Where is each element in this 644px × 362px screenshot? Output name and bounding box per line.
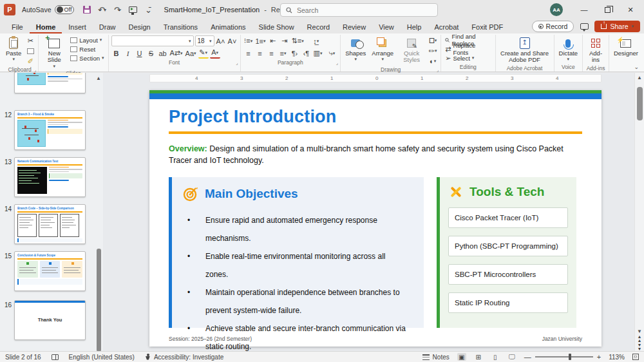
thumbnail-slide-15[interactable]: Conclusion & Future Scope [14,251,86,291]
bold-button[interactable]: B [111,48,122,59]
tab-slide-show[interactable]: Slide Show [252,21,301,33]
previous-slide-button[interactable]: ▲▲ [635,335,644,343]
paste-button[interactable]: Paste ▾ [4,35,23,63]
slide-indicator[interactable]: Slide 2 of 16 [5,354,41,361]
character-spacing-button[interactable]: A⇄▾ [169,48,184,59]
thumbnail-slide-13[interactable]: Network Communication Test [14,157,86,197]
minimize-button[interactable]: — [573,1,595,19]
rtl-button[interactable]: ‹¶ [301,48,312,59]
thumbnail-scrollbar-thumb[interactable] [97,249,101,351]
quick-styles-button[interactable]: Quick Styles [397,35,426,65]
text-direction-button[interactable]: ↕̲▾ [311,36,321,46]
tool-card[interactable]: SBC-PT Microcontrollers [448,264,568,285]
tab-home[interactable]: Home [30,21,62,33]
reset-button[interactable]: Reset [69,44,105,53]
collapse-ribbon-button[interactable]: ⌄ [634,64,639,70]
search-box[interactable] [280,3,438,17]
tab-foxit-pdf[interactable]: Foxit PDF [465,21,509,33]
language-indicator[interactable]: English (United States) [69,354,135,361]
arrange-button[interactable]: Arrange ▾ [370,35,395,63]
dictate-button[interactable]: Dictate ▾ [557,35,580,63]
thumbnail-scroll-up-arrow[interactable]: ▲ [96,75,101,81]
tool-card[interactable]: Python (SBC-PT Programming) [448,236,568,256]
drawing-dialog-launcher[interactable]: ⌟ [437,68,439,73]
tab-file[interactable]: File [5,21,30,33]
tab-design[interactable]: Design [122,21,156,33]
underline-button[interactable]: U [135,48,145,59]
reading-view-button[interactable]: ▯ [491,353,500,361]
comments-button[interactable] [578,20,591,33]
normal-view-button[interactable]: ▣ [457,353,466,361]
strikethrough-button[interactable]: S [146,48,156,59]
account-avatar[interactable]: AA [550,3,563,16]
slide-canvas[interactable]: Project Introduction Overview: Design an… [149,90,601,347]
cut-button[interactable]: ✂ [25,35,35,46]
fit-slide-to-window-button[interactable] [632,354,639,360]
zoom-in-button[interactable]: + [597,353,601,361]
paragraph-dialog-launcher[interactable]: ⌟ [336,61,338,66]
thumbnail-slide-14[interactable]: Branch Code – Side-by-Side Comparison [14,204,86,244]
replace-fonts-button[interactable]: ⇄Replace Fonts [444,44,492,53]
new-slide-button[interactable]: New Slide ▾ [41,35,67,70]
scroll-down-arrow[interactable]: ▼ [635,329,644,334]
addins-button[interactable]: Add-ins [585,35,606,65]
select-button[interactable]: ➢Select▾ [444,53,475,62]
thumbnail-slide-12[interactable]: Branch 3 – Flood & Smoke [14,110,86,150]
share-button[interactable]: Share▾ [594,21,640,32]
accessibility-status[interactable]: Accessibility: Investigate [145,354,223,361]
decrease-indent-button[interactable]: ⇤ [268,36,278,46]
justify-button[interactable]: ≡▾ [278,48,289,59]
font-dialog-launcher[interactable]: ⌟ [236,61,238,66]
change-case-button[interactable]: Aa▾ [185,48,197,59]
overview-text[interactable]: Overview: Design and simulation of a mul… [169,143,582,167]
tab-record[interactable]: Record [301,21,336,33]
copy-button[interactable] [25,46,35,56]
zoom-slider-thumb[interactable] [569,354,571,360]
close-button[interactable]: ✕ [620,1,641,19]
font-color-button[interactable]: A▾ [210,48,220,59]
zoom-slider[interactable] [535,356,593,357]
autosave-toggle[interactable]: AutoSave Off [22,5,74,14]
line-spacing-button[interactable]: ⇅≡▾ [291,36,305,46]
main-objectives-box[interactable]: Main Objectives Ensure rapid and automat… [169,177,424,328]
autosave-switch-icon[interactable]: Off [55,5,74,14]
font-size-combobox[interactable]: 18▾ [195,35,214,46]
tab-draw[interactable]: Draw [93,21,122,33]
tools-tech-box[interactable]: Tools & Tech Cisco Packet Tracer (IoT) P… [437,177,576,328]
layout-button[interactable]: Layout▾ [69,35,105,44]
align-center-button[interactable]: ≡ [255,48,265,59]
shape-effects-button[interactable]: ◐▾ [428,56,438,66]
scroll-up-arrow[interactable]: ▲ [635,75,644,81]
format-painter-button[interactable]: ✐ [25,56,35,66]
numbering-button[interactable]: 1≡▾ [255,36,267,46]
tab-insert[interactable]: Insert [62,21,93,33]
increase-indent-button[interactable]: ⇥ [279,36,290,46]
italic-button[interactable]: I [123,48,133,59]
record-button[interactable]: Record [532,21,574,32]
start-slideshow-button[interactable] [127,3,140,16]
zoom-out-button[interactable]: — [524,353,531,361]
restore-button[interactable] [596,1,618,19]
thumbnail-slide-11-partial[interactable] [14,73,86,93]
tool-card[interactable]: Static IP Routing [448,292,568,313]
footer-session[interactable]: Session: 2025–26 (2nd Semester) [169,336,252,342]
redo-button[interactable]: ↷ [111,3,124,16]
text-shadow-button[interactable]: ab [158,48,168,59]
slide-sorter-view-button[interactable]: ⊞ [474,353,483,361]
bullets-button[interactable]: ⁝≡▾ [243,36,254,46]
clipboard-dialog-launcher[interactable]: ⌟ [34,68,36,73]
slideshow-view-button[interactable]: 🖵 [507,353,516,361]
undo-button[interactable]: ↶▾ [96,3,109,16]
tab-review[interactable]: Review [336,21,372,33]
font-name-combobox[interactable]: ▾ [111,35,194,46]
tab-help[interactable]: Help [401,21,428,33]
shapes-button[interactable]: Shapes ▾ [343,35,368,63]
tool-card[interactable]: Cisco Packet Tracer (IoT) [448,207,568,228]
next-slide-button[interactable]: ▼▼ [635,343,644,351]
undo-dropdown-icon[interactable]: ▾ [104,7,106,13]
footer-university[interactable]: Jazan University [542,336,582,342]
customize-qat-button[interactable]: ⌄̄ [142,3,155,16]
columns-button[interactable]: ▥▾ [313,48,323,59]
align-right-button[interactable]: ≡ [267,48,277,59]
designer-button[interactable]: Designer [612,35,640,58]
